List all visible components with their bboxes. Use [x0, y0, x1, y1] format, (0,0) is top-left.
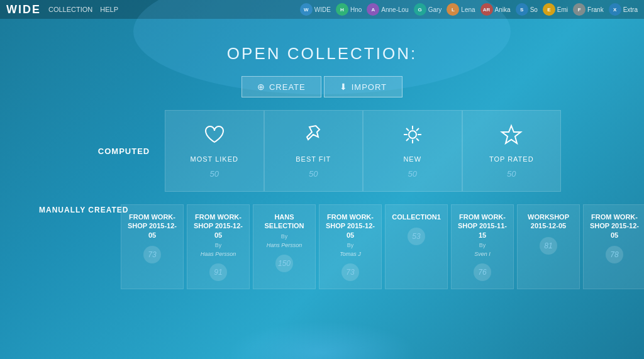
nav-user-extra[interactable]: XExtra — [609, 3, 638, 16]
nav-user-gary[interactable]: GGary — [414, 3, 442, 16]
nav-user-emi[interactable]: EEmi — [543, 3, 568, 16]
manual-card-title: FROM WORK-SHOP 2015-11-15 — [457, 213, 508, 240]
manual-card-title: COLLECTION1 — [392, 213, 441, 221]
computed-cards: MOST LIKED 50 BEST FIT 50 NEW 50 TOP RAT… — [165, 110, 561, 192]
nav-collection[interactable]: COLLECTION — [48, 6, 92, 13]
nav-user-wide[interactable]: WWIDE — [300, 3, 331, 16]
nav-user-hno[interactable]: HHno — [336, 3, 362, 16]
svg-line-6 — [416, 138, 419, 141]
manual-cards-row: FROM WORK-SHOP 2015-12-0573FROM WORK-SHO… — [121, 204, 644, 289]
manual-card[interactable]: WORKSHOP 2015-12-0581 — [517, 204, 580, 289]
computed-card-new[interactable]: NEW 50 — [363, 110, 462, 192]
card-count: 50 — [507, 169, 516, 179]
manual-card[interactable]: FROM WORK-SHOP 2015-11-15BySven I76 — [451, 204, 514, 289]
manual-card-count: 73 — [341, 263, 359, 281]
computed-card-top-rated[interactable]: TOP RATED 50 — [462, 110, 562, 192]
manual-card-by: By — [215, 242, 222, 248]
manual-card-count: 76 — [474, 263, 491, 281]
card-count: 50 — [408, 169, 417, 179]
card-icon-1 — [302, 123, 325, 149]
card-label: MOST LIKED — [191, 155, 238, 163]
card-label: NEW — [403, 155, 421, 163]
manual-card-author: Hans Persson — [267, 242, 303, 248]
manually-created-label: MANUALLY CREATED — [39, 206, 121, 214]
nav-user-lena[interactable]: LLena — [447, 3, 475, 16]
card-icon-0 — [203, 123, 226, 149]
manual-card-count: 81 — [540, 237, 557, 255]
manual-card-title: HANS SELECTION — [258, 213, 310, 231]
card-label: TOP RATED — [489, 155, 534, 163]
app-logo[interactable]: WIDE — [6, 3, 41, 16]
manually-created-section: MANUALLY CREATED FROM WORK-SHOP 2015-12-… — [39, 204, 599, 289]
computed-section: COMPUTED MOST LIKED 50 BEST FIT 50 NEW 5… — [83, 110, 561, 192]
manual-card-count: 78 — [606, 246, 623, 263]
card-count: 50 — [309, 169, 318, 179]
manual-card-title: FROM WORK-SHOP 2015-12-05 — [192, 213, 244, 240]
nav-help[interactable]: HELP — [100, 6, 118, 13]
card-icon-2 — [401, 123, 424, 149]
manual-card-title: FROM WORK-SHOP 2015-12-05 — [325, 213, 376, 240]
import-icon: ⬇ — [340, 82, 348, 92]
nav-user-so[interactable]: SSo — [516, 3, 538, 16]
nav-user-frank[interactable]: FFrank — [573, 3, 604, 16]
manual-card-title: WORKSHOP 2015-12-05 — [523, 213, 574, 231]
manual-card-author: Haas Persson — [201, 251, 236, 257]
manual-card-author: Tomas J — [340, 251, 361, 257]
computed-card-most-liked[interactable]: MOST LIKED 50 — [165, 110, 264, 192]
nav-user-anne-lou[interactable]: AAnne-Lou — [367, 3, 408, 16]
import-button[interactable]: ⬇ IMPORT — [324, 76, 402, 97]
manual-card-author: Sven I — [474, 251, 491, 257]
nav-menu: COLLECTION HELP — [48, 6, 118, 13]
manual-card[interactable]: FROM WORK-SHOP 2015-12-05ByHaas Persson9… — [187, 204, 250, 289]
manual-card[interactable]: FROM WORK-SHOP 2015-12-05ByTomas J73 — [319, 204, 382, 289]
manual-card[interactable]: COLLECTION153 — [385, 204, 448, 289]
svg-line-5 — [406, 128, 409, 131]
card-count: 50 — [210, 169, 219, 179]
manual-card-by: By — [479, 242, 486, 248]
manual-card[interactable]: FROM WORK-SHOP 2015-12-0573 — [121, 204, 184, 289]
create-button[interactable]: ⊕ CREATE — [242, 76, 321, 97]
svg-marker-9 — [502, 126, 521, 143]
manual-card[interactable]: FROM WORK-SHOP 2015-12-0578 — [583, 204, 644, 289]
nav-users-list: WWIDEHHnoAAnne-LouGGaryLLenaARAnikaSSoEE… — [300, 3, 638, 16]
manual-card[interactable]: HANS SELECTIONByHans Persson150 — [253, 204, 316, 289]
manual-card-by: By — [281, 233, 288, 240]
main-content: OPEN COLLECTION: ⊕ CREATE ⬇ IMPORT COMPU… — [0, 19, 644, 289]
manual-card-count: 73 — [143, 246, 161, 263]
page-title: OPEN COLLECTION: — [227, 44, 417, 64]
create-icon: ⊕ — [257, 82, 265, 92]
top-navigation: WIDE COLLECTION HELP WWIDEHHnoAAnne-LouG… — [0, 0, 644, 19]
svg-line-7 — [416, 128, 419, 131]
manual-card-by: By — [347, 242, 354, 248]
computed-card-best-fit[interactable]: BEST FIT 50 — [264, 110, 364, 192]
card-icon-3 — [500, 123, 523, 149]
svg-line-8 — [406, 138, 409, 141]
card-label: BEST FIT — [296, 155, 331, 163]
manual-card-count: 91 — [209, 263, 227, 281]
manual-card-title: FROM WORK-SHOP 2015-12-05 — [589, 213, 640, 240]
nav-user-anika[interactable]: ARAnika — [480, 3, 511, 16]
svg-point-0 — [409, 131, 416, 138]
action-buttons: ⊕ CREATE ⬇ IMPORT — [242, 76, 402, 97]
manual-card-count: 53 — [408, 228, 425, 245]
manual-card-count: 150 — [275, 255, 293, 272]
computed-label: COMPUTED — [83, 110, 165, 192]
manual-card-title: FROM WORK-SHOP 2015-12-05 — [126, 213, 178, 240]
